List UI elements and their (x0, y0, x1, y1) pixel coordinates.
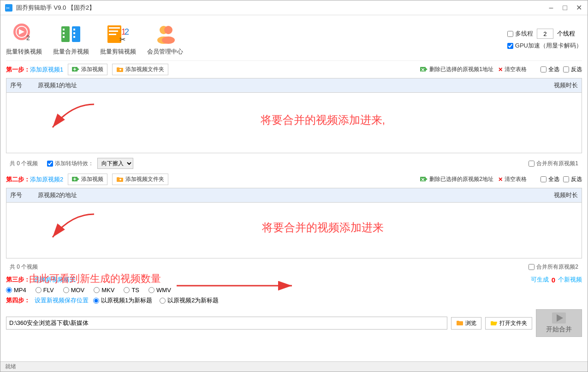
thread-count-input[interactable] (537, 29, 553, 39)
main-content: 2 批量转换视频 批量合并视频 (0, 15, 588, 361)
minimize-button[interactable]: – (547, 4, 555, 12)
radio-wmv[interactable] (148, 287, 154, 293)
toolbar-merge[interactable]: 批量合并视频 (53, 23, 89, 56)
toolbar-convert[interactable]: 2 批量转换视频 (6, 23, 42, 56)
generate-info: 可生成 0 个新视频 (531, 276, 582, 284)
deselect1-label[interactable]: 反选 (563, 66, 582, 73)
radio-title1[interactable] (93, 298, 99, 304)
title-bar-left: ✂ 固乔剪辑助手 V9.0 【固乔2】 (5, 4, 95, 12)
add-folder1-button[interactable]: 添加视频文件夹 (112, 64, 168, 75)
title-option1[interactable]: 以原视频1为新标题 (93, 296, 152, 305)
status-text: 就绪 (5, 363, 16, 371)
radio-mkv[interactable] (94, 287, 100, 293)
transition-checkbox-label[interactable]: 添加转场特效： (47, 160, 94, 168)
table2-header: 序号 原视频2的地址 视频时长 (6, 188, 582, 203)
add-folder2-button[interactable]: 添加视频文件夹 (112, 174, 168, 185)
format-mkv[interactable]: MKV (94, 287, 114, 294)
arrow2-svg (43, 210, 99, 246)
merge-all2-checkbox[interactable] (529, 264, 535, 270)
table2: 序号 原视频2的地址 视频时长 将要合并的视频添加进来 (6, 188, 582, 258)
delete-video2-button[interactable]: 删除已选择的原视频2地址 (420, 175, 493, 183)
output-path-input[interactable] (6, 317, 447, 330)
gpu-row: GPU加速（用显卡解码） (507, 42, 582, 50)
select-all1-label[interactable]: 全选 (540, 66, 559, 73)
thread-unit: 个线程 (557, 30, 575, 38)
maximize-button[interactable]: □ (561, 4, 569, 12)
format-mov[interactable]: MOV (63, 287, 85, 294)
table2-footer: 共 0 个视频 合并所有原视频2 (6, 261, 582, 273)
svg-text:2: 2 (26, 34, 30, 42)
radio-mov[interactable] (63, 287, 69, 293)
member-label: 会员管理中心 (147, 48, 183, 56)
svg-rect-14 (109, 27, 120, 29)
step1-link[interactable]: 添加原视频1 (30, 66, 63, 73)
merge-all2: 合并所有原视频2 (529, 263, 578, 271)
multithread-checkbox[interactable] (507, 31, 513, 37)
svg-rect-7 (63, 32, 65, 34)
add-video2-button[interactable]: 添加视频 (68, 174, 107, 185)
path-row: 浏览 打开文件夹 开始合并 (6, 309, 582, 337)
toolbar-edit[interactable]: ✂ 1 2 批量剪辑视频 (100, 23, 136, 56)
step3-hint: 由此可看到新生成的视频数量 (29, 272, 161, 286)
app-icon: ✂ (5, 4, 12, 12)
open-folder-button[interactable]: 打开文件夹 (485, 317, 532, 330)
open-folder-icon (490, 320, 498, 326)
format-mp4[interactable]: MP4 (6, 287, 26, 294)
generate-label: 可生成 (531, 276, 549, 284)
deselect2-checkbox[interactable] (563, 176, 569, 182)
table1-count: 共 0 个视频 (10, 160, 38, 168)
title-option2[interactable]: 以原视频2为新标题 (160, 296, 219, 305)
radio-title2[interactable] (160, 298, 166, 304)
radio-flv[interactable] (36, 287, 42, 293)
add-video1-button[interactable]: 添加视频 (68, 64, 107, 75)
toolbar-member[interactable]: 会员管理中心 (147, 23, 183, 56)
table1: 序号 原视频1的地址 视频时长 将要合并的视频添加进来, (6, 78, 582, 153)
multithread-checkbox-label[interactable]: 多线程 (507, 30, 533, 38)
table2-body: 将要合并的视频添加进来 (6, 203, 582, 258)
gpu-checkbox-label[interactable]: GPU加速（用显卡解码） (507, 42, 582, 50)
select-all2-label[interactable]: 全选 (540, 175, 559, 183)
deselect2-label[interactable]: 反选 (563, 175, 582, 183)
close-button[interactable]: ✕ (575, 4, 583, 12)
radio-mp4[interactable] (6, 287, 12, 293)
format-ts[interactable]: TS (124, 287, 139, 294)
svg-point-23 (162, 36, 175, 44)
browse-icon (456, 320, 463, 326)
table2-hint: 将要合并的视频添加进来 (262, 220, 384, 235)
deselect1-checkbox[interactable] (563, 66, 569, 72)
svg-rect-6 (63, 29, 65, 30)
clear-table2-button[interactable]: ✕ 清空表格 (498, 175, 527, 183)
gpu-checkbox[interactable] (507, 43, 513, 49)
svg-rect-8 (63, 36, 65, 38)
col-seq2: 序号 (6, 190, 34, 200)
delete-video1-button[interactable]: 删除已选择的原视频1地址 (420, 66, 493, 73)
clear-table1-button[interactable]: ✕ 清空表格 (498, 66, 527, 73)
svg-text:✂: ✂ (119, 36, 125, 43)
step3-row: 第三步： 选择新视频格式 由此可看到新生成的视频数量 可生成 0 个新视频 (6, 276, 582, 284)
svg-marker-31 (426, 68, 428, 71)
svg-rect-9 (72, 26, 80, 42)
toolbar-right: 多线程 个线程 GPU加速（用显卡解码） (507, 29, 582, 50)
step4-link[interactable]: 设置新视频保存位置 (35, 296, 89, 305)
col-path2: 原视频2的地址 (34, 190, 535, 200)
col-duration1: 视频时长 (535, 80, 582, 90)
select-all2-checkbox[interactable] (540, 176, 546, 182)
format-flv[interactable]: FLV (36, 287, 54, 294)
status-bar: 就绪 (0, 361, 588, 372)
transition-select[interactable]: 向下擦入 (97, 158, 133, 169)
transition-checkbox[interactable] (47, 161, 53, 167)
svg-rect-5 (61, 26, 70, 42)
step4-row: 第四步： 设置新视频保存位置 以原视频1为新标题 以原视频2为新标题 (6, 296, 582, 305)
step2-link[interactable]: 添加原视频2 (30, 176, 63, 183)
multithread-label: 多线程 (515, 30, 533, 38)
svg-rect-16 (109, 34, 116, 35)
browse-button[interactable]: 浏览 (451, 317, 481, 330)
merge-all1-checkbox[interactable] (529, 161, 535, 167)
select-all1-checkbox[interactable] (540, 66, 546, 72)
convert-icon: 2 (12, 23, 36, 46)
radio-ts[interactable] (124, 287, 130, 293)
svg-marker-42 (426, 178, 428, 180)
step2-row: 第二步：添加原视频2 添加视频 添加视频文件夹 (6, 174, 582, 185)
table2-count: 共 0 个视频 (10, 263, 38, 271)
start-merge-button[interactable]: 开始合并 (536, 309, 582, 337)
